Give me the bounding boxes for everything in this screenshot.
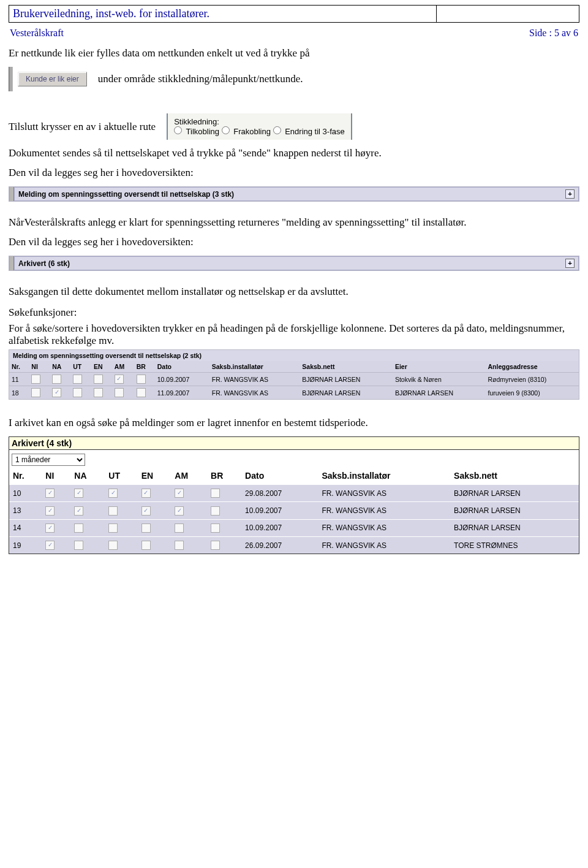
column-header[interactable]: BR <box>207 467 241 485</box>
search-heading: Søkefunksjoner: <box>9 306 579 319</box>
checkbox-icon: ✓ <box>45 489 55 498</box>
checkbox-icon <box>73 388 82 397</box>
column-header[interactable]: EN <box>91 361 112 373</box>
archive-table: Nr.NINAUTENAMBRDatoSaksb.installatørSaks… <box>9 467 579 554</box>
overview-bar-2[interactable]: Arkivert (6 stk) + <box>9 256 579 271</box>
checkbox-icon <box>31 375 40 384</box>
checkbox-icon <box>73 375 82 384</box>
radio-endring-3fase[interactable]: Endring til 3-fase <box>273 127 345 136</box>
kunde-er-lik-eier-button[interactable]: Kunde er lik eier <box>18 72 87 86</box>
checkbox-icon: ✓ <box>141 489 151 498</box>
bar-1-label: Melding om spenningssetting oversendt ti… <box>18 190 234 199</box>
column-header[interactable]: NI <box>29 361 50 373</box>
org-name: Vesterålskraft <box>10 28 64 39</box>
archive-panel: Arkivert (4 stk) 1 måneder Nr.NINAUTENAM… <box>9 436 579 554</box>
column-header[interactable]: UT <box>105 467 137 485</box>
column-header[interactable]: NI <box>42 467 70 485</box>
table-row[interactable]: 11✓10.09.2007FR. WANGSVIK ASBJØRNAR LARS… <box>9 373 579 386</box>
column-header[interactable]: Saksb.installatør <box>318 467 450 485</box>
column-header[interactable]: Dato <box>241 467 318 485</box>
bar-2-label: Arkivert (6 stk) <box>18 259 70 268</box>
para-9: I arkivet kan en også søke på meldinger … <box>9 417 579 429</box>
checkbox-icon <box>108 541 118 550</box>
para-3: Dokumentet sendes så til nettselskapet v… <box>9 147 579 159</box>
doc-header-empty <box>437 6 579 23</box>
checkbox-icon: ✓ <box>74 489 83 498</box>
radio-frakobling[interactable]: Frakobling <box>222 127 271 136</box>
radio-tilkobling[interactable]: Tilkobling <box>174 127 219 136</box>
grip-icon <box>9 256 14 270</box>
column-header[interactable]: BR <box>134 361 155 373</box>
checkbox-icon <box>137 388 146 397</box>
checkbox-icon: ✓ <box>108 489 118 498</box>
para-4: Den vil da legges seg her i hovedoversik… <box>9 167 579 179</box>
search-result-table: Nr.NINAUTENAMBRDatoSaksb.installatørSaks… <box>9 361 579 399</box>
checkbox-icon: ✓ <box>175 506 184 516</box>
para-1: Er nettkunde lik eier fylles data om net… <box>9 47 579 59</box>
column-header[interactable]: Nr. <box>9 467 42 485</box>
column-header[interactable]: Saksb.nett <box>450 467 579 485</box>
checkbox-icon: ✓ <box>45 506 55 516</box>
page-number: Side : 5 av 6 <box>529 28 578 39</box>
checkbox-icon <box>141 523 151 533</box>
stikkledning-radio-group: Stikkledning: Tilkobling Frakobling Endr… <box>167 113 352 140</box>
checkbox-icon <box>211 489 220 498</box>
table-row[interactable]: 18✓11.09.2007FR. WANGSVIK ASBJØRNAR LARS… <box>9 386 579 400</box>
checkbox-icon <box>74 541 83 550</box>
overview-bar-1[interactable]: Melding om spenningssetting oversendt ti… <box>9 186 579 202</box>
column-header[interactable]: NA <box>50 361 70 373</box>
column-header[interactable]: Saksb.installatør <box>209 361 300 373</box>
column-header[interactable]: Nr. <box>9 361 29 373</box>
checkbox-icon <box>94 375 103 384</box>
archive-period-select[interactable]: 1 måneder <box>12 454 85 466</box>
para-1b: under område stikkledning/målepunkt/nett… <box>98 73 303 85</box>
checkbox-icon <box>94 388 103 397</box>
checkbox-icon: ✓ <box>141 506 151 516</box>
checkbox-icon: ✓ <box>175 489 184 498</box>
column-header[interactable]: Saksb.nett <box>300 361 393 373</box>
table-row[interactable]: 14✓10.09.2007FR. WANGSVIK ASBJØRNAR LARS… <box>9 519 579 536</box>
checkbox-icon: ✓ <box>45 523 55 533</box>
column-header[interactable]: NA <box>70 467 105 485</box>
column-header[interactable]: Anleggsadresse <box>485 361 579 373</box>
expand-icon[interactable]: + <box>565 259 575 268</box>
checkbox-icon <box>74 523 83 533</box>
para-2: Tilslutt krysser en av i aktuelle rute <box>9 121 156 133</box>
checkbox-icon <box>211 523 220 533</box>
expand-icon[interactable]: + <box>565 189 575 199</box>
column-header[interactable]: AM <box>112 361 134 373</box>
column-header[interactable]: Dato <box>155 361 209 373</box>
checkbox-icon <box>175 523 184 533</box>
grip-icon <box>9 187 14 201</box>
checkbox-icon <box>175 541 184 550</box>
checkbox-icon <box>31 388 40 397</box>
checkbox-icon <box>108 523 118 533</box>
archive-title: Arkivert (4 stk) <box>9 437 579 450</box>
table-row[interactable]: 10✓✓✓✓✓29.08.2007FR. WANGSVIK ASBJØRNAR … <box>9 485 579 502</box>
checkbox-icon <box>52 375 61 384</box>
checkbox-icon <box>137 375 146 384</box>
grip-icon <box>9 67 13 91</box>
column-header[interactable]: UT <box>70 361 91 373</box>
table-row[interactable]: 13✓✓✓✓10.09.2007FR. WANGSVIK ASBJØRNAR L… <box>9 502 579 519</box>
checkbox-icon <box>141 541 151 550</box>
checkbox-icon: ✓ <box>45 541 55 550</box>
document-header: Brukerveiledning, inst-web. for installa… <box>9 5 579 23</box>
para-8: For å søke/sortere i hovedoversikten try… <box>9 322 579 347</box>
checkbox-icon: ✓ <box>52 388 61 397</box>
table-row[interactable]: 19✓26.09.2007FR. WANGSVIK ASTORE STRØMNE… <box>9 536 579 554</box>
column-header[interactable]: AM <box>171 467 207 485</box>
search-result-panel: Melding om spenningssetting oversendt ti… <box>9 349 579 400</box>
kunde-eier-button-graphic: Kunde er lik eier <box>9 67 87 91</box>
column-header[interactable]: Eier <box>393 361 486 373</box>
stikkledning-caption: Stikkledning: <box>174 117 345 126</box>
doc-title: Brukerveiledning, inst-web. for installa… <box>9 6 437 23</box>
para-6: Den vil da legges seg her i hovedoversik… <box>9 236 579 248</box>
checkbox-icon <box>211 541 220 550</box>
checkbox-icon <box>115 388 124 397</box>
checkbox-icon: ✓ <box>115 375 124 384</box>
checkbox-icon <box>211 506 220 516</box>
para-7: Saksgangen til dette dokumentet mellom i… <box>9 286 579 298</box>
checkbox-icon: ✓ <box>74 506 83 516</box>
column-header[interactable]: EN <box>138 467 172 485</box>
